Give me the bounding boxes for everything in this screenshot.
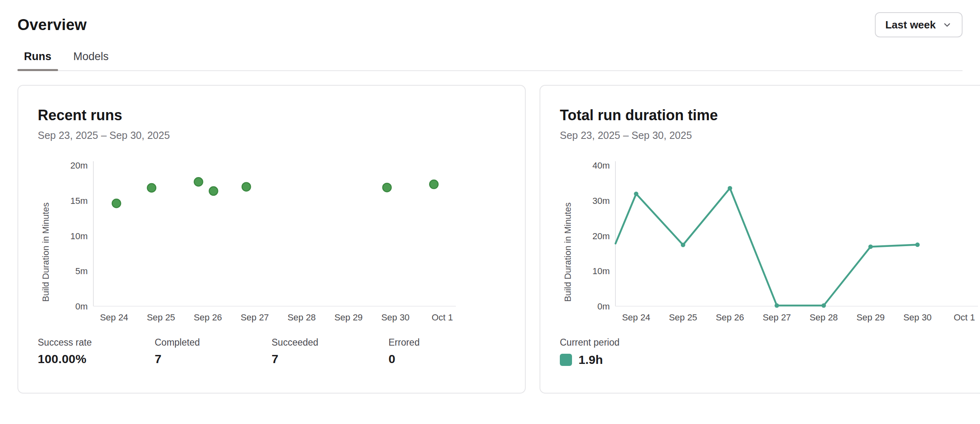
run-stats-row: Success rate 100.00% Completed 7 Succeed… [38,337,505,366]
recent-runs-card: Recent runs Sep 23, 2025 – Sep 30, 2025 … [17,85,526,394]
card-title: Recent runs [38,107,505,124]
dashboard-cards: Recent runs Sep 23, 2025 – Sep 30, 2025 … [17,85,963,394]
svg-text:Sep 24: Sep 24 [622,312,650,322]
stat-completed: Completed 7 [155,337,272,366]
legend-entry: 1.9h [560,353,980,367]
svg-text:40m: 40m [592,160,610,171]
legend-swatch [560,354,572,366]
svg-text:10m: 10m [592,266,610,276]
svg-text:Oct 1: Oct 1 [432,312,453,322]
tab-runs[interactable]: Runs [17,48,58,70]
svg-text:15m: 15m [70,196,88,206]
stat-label: Success rate [38,337,155,348]
svg-text:Sep 29: Sep 29 [857,312,885,322]
svg-text:0m: 0m [597,301,610,312]
svg-text:Sep 29: Sep 29 [335,312,363,322]
svg-text:Sep 26: Sep 26 [716,312,744,322]
stat-success-rate: Success rate 100.00% [38,337,155,366]
tab-bar: Runs Models [17,48,963,71]
svg-text:Oct 1: Oct 1 [954,312,975,322]
legend-label: Current period [560,337,980,348]
svg-text:Sep 30: Sep 30 [903,312,932,322]
svg-text:Sep 25: Sep 25 [669,312,697,322]
stat-errored: Errored 0 [389,337,505,366]
svg-text:10m: 10m [70,231,88,241]
stat-value: 7 [272,352,389,366]
svg-text:30m: 30m [592,196,610,206]
stat-label: Errored [389,337,505,348]
recent-runs-chart-area: Build Duration in Minutes 0m5m10m15m20mS… [38,159,505,327]
chevron-down-icon [942,20,952,30]
svg-text:Sep 27: Sep 27 [763,312,791,322]
svg-text:5m: 5m [75,266,88,276]
card-date-range: Sep 23, 2025 – Sep 30, 2025 [560,130,980,141]
period-selector-dropdown[interactable]: Last week [875,12,963,37]
total-duration-chart-area: Build Duration in Minutes 0m10m20m30m40m… [560,159,980,327]
page-title: Overview [17,16,87,34]
page-header: Overview Last week [17,12,963,37]
svg-text:0m: 0m [75,301,88,312]
stat-value: 0 [389,352,505,366]
total-run-duration-card: Total run duration time Sep 23, 2025 – S… [540,85,980,394]
svg-text:Sep 27: Sep 27 [241,312,269,322]
legend-value: 1.9h [579,353,603,367]
svg-text:Sep 30: Sep 30 [381,312,410,322]
tab-models[interactable]: Models [67,48,115,70]
total-duration-line-chart: 0m10m20m30m40mSep 24Sep 25Sep 26Sep 27Se… [576,159,980,327]
stat-succeeded: Succeeded 7 [272,337,389,366]
y-axis-label: Build Duration in Minutes [560,159,576,327]
card-date-range: Sep 23, 2025 – Sep 30, 2025 [38,130,505,141]
y-axis-label: Build Duration in Minutes [38,159,54,327]
chart-legend: Current period 1.9h [560,337,980,367]
svg-text:20m: 20m [70,160,88,171]
period-selector-label: Last week [885,19,936,31]
svg-text:Sep 28: Sep 28 [287,312,316,322]
svg-text:Sep 26: Sep 26 [194,312,222,322]
stat-label: Completed [155,337,272,348]
stat-value: 7 [155,352,272,366]
svg-text:Sep 28: Sep 28 [809,312,838,322]
recent-runs-scatter-chart: 0m5m10m15m20mSep 24Sep 25Sep 26Sep 27Sep… [54,159,464,327]
svg-text:20m: 20m [592,231,610,241]
stat-value: 100.00% [38,352,155,366]
stat-label: Succeeded [272,337,389,348]
card-title: Total run duration time [560,107,980,124]
svg-text:Sep 25: Sep 25 [147,312,175,322]
svg-text:Sep 24: Sep 24 [100,312,128,322]
